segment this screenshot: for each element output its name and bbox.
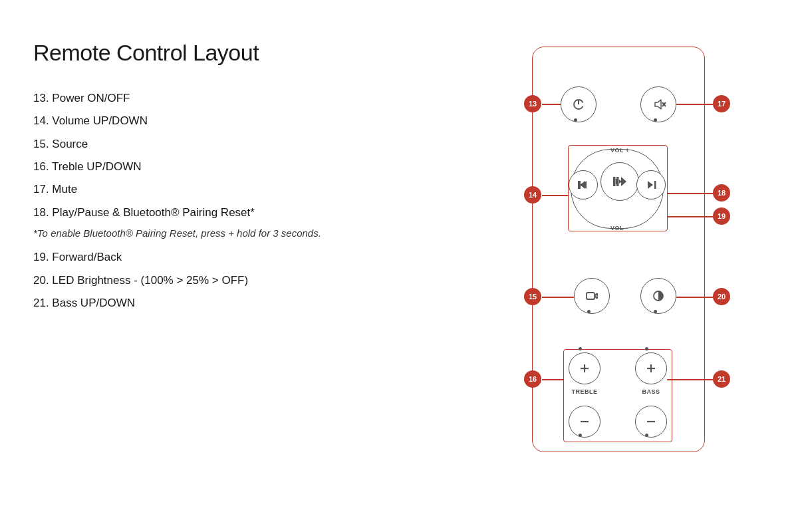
source-button xyxy=(574,278,610,314)
list-item-15: 15. Source xyxy=(33,133,459,156)
bass-up-dot xyxy=(645,347,648,350)
treble-up-button xyxy=(569,352,600,384)
connector-18 xyxy=(667,193,713,194)
svg-marker-2 xyxy=(655,100,661,109)
connector-14 xyxy=(542,195,569,196)
list-item-20: 20. LED Brightness - (100% > 25% > OFF) xyxy=(33,269,459,292)
next-button xyxy=(636,170,666,200)
left-panel: Remote Control Layout 13. Power ON/OFF14… xyxy=(33,40,459,315)
badge-16: 16 xyxy=(524,370,541,388)
list-item-note-18: *To enable Bluetooth® Pairing Reset, pre… xyxy=(33,223,459,243)
connector-15 xyxy=(542,297,574,298)
bass-up-button xyxy=(635,352,667,384)
mute-button xyxy=(640,86,676,122)
source-dot xyxy=(587,310,591,313)
mute-dot xyxy=(654,118,657,122)
page-title: Remote Control Layout xyxy=(33,40,459,66)
badge-19: 19 xyxy=(713,207,730,225)
list-item-18: 18. Play/Pause & Bluetooth® Pairing Rese… xyxy=(33,201,459,224)
treble-up-dot xyxy=(579,347,582,350)
treble-down-dot xyxy=(579,434,582,437)
connector-20 xyxy=(676,297,713,298)
bass-down-button xyxy=(635,406,667,438)
svg-rect-17 xyxy=(654,181,656,189)
svg-marker-10 xyxy=(621,177,626,186)
power-dot xyxy=(574,118,577,122)
connector-21 xyxy=(667,379,713,380)
svg-marker-18 xyxy=(648,181,653,189)
badge-21: 21 xyxy=(713,370,730,388)
badge-17: 17 xyxy=(713,95,730,112)
led-brightness-button xyxy=(640,278,676,314)
svg-rect-19 xyxy=(587,293,595,299)
item-list: 13. Power ON/OFF14. Volume UP/DOWN15. So… xyxy=(33,87,459,315)
list-item-17: 17. Mute xyxy=(33,178,459,201)
list-item-16: 16. Treble UP/DOWN xyxy=(33,156,459,178)
list-item-14: 14. Volume UP/DOWN xyxy=(33,110,459,132)
svg-rect-8 xyxy=(613,177,616,186)
list-item-21: 21. Bass UP/DOWN xyxy=(33,292,459,315)
svg-rect-9 xyxy=(616,177,619,186)
right-panel: 13 17 xyxy=(485,40,765,459)
badge-20: 20 xyxy=(713,288,730,305)
power-button xyxy=(561,86,597,122)
play-pause-button xyxy=(600,162,639,201)
list-item-19: 19. Forward/Back xyxy=(33,246,459,269)
badge-18: 18 xyxy=(713,184,730,201)
bass-down-dot xyxy=(645,434,648,437)
connector-16 xyxy=(542,379,563,380)
badge-15: 15 xyxy=(524,288,541,305)
connector-17 xyxy=(676,104,713,105)
list-item-13: 13. Power ON/OFF xyxy=(33,87,459,110)
treble-label: TREBLE xyxy=(571,388,598,395)
treble-down-button xyxy=(569,406,600,438)
remote-wrapper: 13 17 xyxy=(499,47,751,459)
svg-rect-14 xyxy=(578,181,580,189)
badge-13: 13 xyxy=(524,95,541,112)
prev-button xyxy=(569,170,598,200)
bass-label: BASS xyxy=(638,388,664,395)
led-dot xyxy=(654,310,657,313)
badge-14: 14 xyxy=(524,186,541,203)
page: Remote Control Layout 13. Power ON/OFF14… xyxy=(0,0,798,532)
connector-19 xyxy=(667,216,713,217)
